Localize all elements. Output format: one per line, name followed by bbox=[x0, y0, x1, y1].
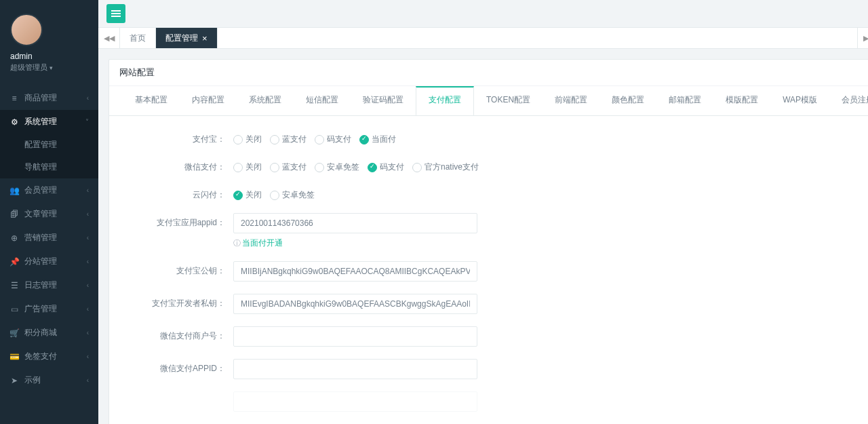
sidebar-item-member[interactable]: 👥会员管理‹ bbox=[0, 178, 98, 202]
wechat-label: 微信支付： bbox=[123, 157, 233, 173]
sidebar-item-marketing[interactable]: ⊕营销管理‹ bbox=[0, 226, 98, 250]
alipay-radio-code[interactable]: 码支付 bbox=[315, 134, 351, 145]
inner-tab-system[interactable]: 系统配置 bbox=[237, 86, 294, 115]
plane-icon: ➤ bbox=[9, 376, 19, 385]
inner-tab-wap[interactable]: WAP模版 bbox=[770, 86, 829, 115]
tab-label: 配置管理 bbox=[165, 33, 198, 44]
inner-tab-sms[interactable]: 短信配置 bbox=[294, 86, 351, 115]
sidebar-item-label: 积分商城 bbox=[24, 327, 87, 339]
inner-tab-template[interactable]: 模版配置 bbox=[713, 86, 770, 115]
sidebar-item-label: 文章管理 bbox=[24, 208, 87, 220]
tab-label: 首页 bbox=[130, 33, 146, 44]
sidebar-item-example[interactable]: ➤示例‹ bbox=[0, 368, 98, 392]
sidebar-item-label: 营销管理 bbox=[24, 232, 87, 244]
wechat-radios: 关闭 蓝支付 安卓免签 码支付 官方native支付 bbox=[233, 157, 479, 173]
sidebar-item-article[interactable]: 🗐文章管理‹ bbox=[0, 202, 98, 226]
panel-title: 网站配置 bbox=[119, 66, 155, 79]
sidebar-subitem-nav[interactable]: 导航管理 bbox=[0, 156, 98, 178]
tabs-scroll-left[interactable]: ◀◀ bbox=[98, 28, 120, 48]
sidebar: admin 超级管理员 ▾ ≡商品管理‹ ⚙系统管理˅ 配置管理 导航管理 👥会… bbox=[0, 0, 98, 424]
sidebar-item-label: 免签支付 bbox=[24, 351, 87, 362]
wechat-mch-input[interactable] bbox=[233, 326, 477, 347]
tab-config[interactable]: 配置管理× bbox=[156, 28, 218, 48]
alipay-radio-off[interactable]: 关闭 bbox=[233, 134, 262, 145]
profile-name: admin bbox=[10, 52, 88, 61]
alipay-pubkey-input[interactable] bbox=[233, 261, 477, 282]
chevron-left-icon: ‹ bbox=[87, 94, 89, 102]
inner-tab-frontend[interactable]: 前端配置 bbox=[542, 86, 599, 115]
wechat-radio-native[interactable]: 官方native支付 bbox=[412, 161, 479, 173]
sidebar-submenu-system: 配置管理 导航管理 bbox=[0, 134, 98, 178]
f2f-open-link[interactable]: 当面付开通 bbox=[242, 238, 283, 248]
sidebar-item-substation[interactable]: 📌分站管理‹ bbox=[0, 250, 98, 273]
sidebar-item-label: 示例 bbox=[24, 374, 87, 386]
sidebar-item-system[interactable]: ⚙系统管理˅ bbox=[0, 110, 98, 134]
sidebar-item-points[interactable]: 🛒积分商城‹ bbox=[0, 321, 98, 345]
tabbar: ◀◀ 首页 配置管理× ▶▶ 常用操作▾ ↦退出 bbox=[98, 27, 868, 49]
tab-home[interactable]: 首页 bbox=[120, 28, 156, 48]
globe-icon: ⊕ bbox=[9, 233, 19, 243]
inner-tab-register[interactable]: 会员注册 bbox=[829, 86, 868, 115]
inner-tab-content[interactable]: 内容配置 bbox=[180, 86, 237, 115]
sidebar-item-label: 日志管理 bbox=[24, 280, 87, 291]
pin-icon: 📌 bbox=[9, 257, 19, 267]
inner-tab-captcha[interactable]: 验证码配置 bbox=[351, 86, 416, 115]
tabs-scroll-right[interactable]: ▶▶ bbox=[857, 28, 868, 48]
caret-down-icon: ▾ bbox=[50, 64, 53, 71]
chevron-left-icon: ‹ bbox=[87, 187, 89, 194]
panel-header: 网站配置 ˄ ✎ ✕ bbox=[109, 60, 868, 86]
gear-icon: ⚙ bbox=[9, 117, 19, 127]
alipay-radio-blue[interactable]: 蓝支付 bbox=[270, 134, 307, 145]
unionpay-radio-android[interactable]: 安卓免签 bbox=[270, 189, 315, 201]
alipay-radios: 关闭 蓝支付 码支付 当面付 bbox=[233, 130, 396, 145]
card-icon: 💳 bbox=[9, 352, 19, 362]
inner-tab-token[interactable]: TOKEN配置 bbox=[474, 86, 542, 115]
inner-tab-basic[interactable]: 基本配置 bbox=[123, 86, 180, 115]
sidebar-item-log[interactable]: ☰日志管理‹ bbox=[0, 273, 98, 297]
unionpay-radio-off[interactable]: 关闭 bbox=[233, 189, 262, 201]
alipay-label: 支付宝： bbox=[123, 130, 233, 145]
payment-form: 支付宝： 关闭 蓝支付 码支付 当面付 微信支付： 关闭 蓝支付 bbox=[109, 116, 868, 424]
wechat-radio-off[interactable]: 关闭 bbox=[233, 161, 262, 173]
chevron-left-icon: ‹ bbox=[87, 329, 89, 336]
wechat-radio-blue[interactable]: 蓝支付 bbox=[270, 161, 307, 173]
panel: 网站配置 ˄ ✎ ✕ 基本配置 内容配置 系统配置 短信配置 验证码配置 支付配… bbox=[108, 59, 868, 424]
next-field-label bbox=[123, 391, 233, 396]
sidebar-item-label: 商品管理 bbox=[24, 92, 87, 104]
alipay-radio-f2f[interactable]: 当面付 bbox=[359, 134, 396, 145]
sidebar-item-goods[interactable]: ≡商品管理‹ bbox=[0, 86, 98, 110]
chevron-left-icon: ‹ bbox=[87, 282, 89, 289]
chevron-left-icon: ‹ bbox=[87, 258, 89, 265]
avatar[interactable] bbox=[10, 14, 43, 46]
chevron-left-icon: ‹ bbox=[87, 210, 89, 218]
inner-tab-color[interactable]: 颜色配置 bbox=[599, 86, 656, 115]
sidebar-item-label: 系统管理 bbox=[24, 116, 85, 128]
next-field-input[interactable] bbox=[233, 391, 477, 412]
wechat-radio-code[interactable]: 码支付 bbox=[368, 161, 404, 173]
sidebar-item-ad[interactable]: ▭广告管理‹ bbox=[0, 297, 98, 321]
close-icon[interactable]: × bbox=[202, 34, 208, 43]
content-scroll[interactable]: 网站配置 ˄ ✎ ✕ 基本配置 内容配置 系统配置 短信配置 验证码配置 支付配… bbox=[98, 49, 868, 424]
sidebar-subitem-config[interactable]: 配置管理 bbox=[0, 134, 98, 156]
unionpay-radios: 关闭 安卓免签 bbox=[233, 185, 315, 201]
unionpay-label: 云闪付： bbox=[123, 185, 233, 201]
wechat-appid-input[interactable] bbox=[233, 359, 477, 379]
cart-icon: 🛒 bbox=[9, 328, 19, 338]
main-area: ▤ 主题 ◀◀ 首页 配置管理× ▶▶ 常用操作▾ ↦退出 网站配置 ˄ ✎ bbox=[98, 0, 868, 424]
alipay-pubkey-label: 支付宝公钥： bbox=[123, 261, 233, 277]
alipay-appid-input[interactable] bbox=[233, 213, 477, 233]
alipay-privkey-input[interactable] bbox=[233, 294, 477, 314]
profile-role-dropdown[interactable]: 超级管理员 ▾ bbox=[10, 62, 88, 73]
inner-tab-payment[interactable]: 支付配置 bbox=[416, 86, 474, 116]
chevron-left-icon: ‹ bbox=[87, 305, 89, 313]
info-icon: ⓘ bbox=[233, 239, 241, 247]
wechat-mch-label: 微信支付商户号： bbox=[123, 326, 233, 342]
sidebar-item-nosign[interactable]: 💳免签支付‹ bbox=[0, 345, 98, 368]
sidebar-toggle-button[interactable] bbox=[106, 4, 125, 23]
sidebar-nav: ≡商品管理‹ ⚙系统管理˅ 配置管理 导航管理 👥会员管理‹ 🗐文章管理‹ ⊕营… bbox=[0, 86, 98, 392]
wechat-radio-android[interactable]: 安卓免签 bbox=[315, 161, 359, 173]
copy-icon: 🗐 bbox=[9, 210, 19, 219]
inner-tab-mail[interactable]: 邮箱配置 bbox=[656, 86, 713, 115]
alipay-privkey-label: 支付宝开发者私钥： bbox=[123, 294, 233, 309]
profile-block: admin 超级管理员 ▾ bbox=[0, 0, 98, 79]
